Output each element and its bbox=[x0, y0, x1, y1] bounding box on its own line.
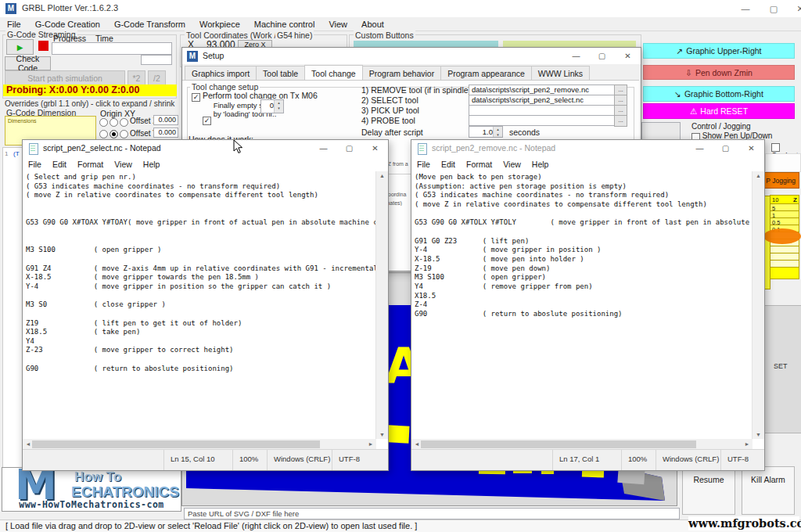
close-icon[interactable]: ✕ bbox=[738, 140, 764, 156]
menu-view[interactable]: View bbox=[321, 20, 354, 29]
spinner-arrows-icon[interactable]: ▴▾ bbox=[493, 127, 502, 137]
main-titlebar[interactable]: M GRBL Plotter Ver.:1.6.2.3 — ▢ ✕ bbox=[0, 0, 801, 18]
menu-about[interactable]: About bbox=[354, 20, 391, 29]
jog-knob-icon[interactable] bbox=[763, 228, 801, 244]
tab-tool-change[interactable]: Tool change bbox=[304, 65, 363, 80]
remove-tool-field[interactable]: data\scripts\script_pen2_remove.nc bbox=[469, 84, 615, 95]
menu-format[interactable]: Format bbox=[461, 160, 497, 169]
scroll-right-icon[interactable]: ► bbox=[365, 439, 376, 450]
origin-radio[interactable] bbox=[120, 130, 128, 138]
notepad-window-select: script_pen2_select.nc - Notepad — ▢ ✕ Fi… bbox=[22, 139, 389, 471]
origin-radio-selected[interactable] bbox=[110, 130, 118, 138]
overrides-toggle[interactable]: Overrides (grbl 1.1 only) - click to exp… bbox=[5, 99, 174, 108]
vertical-scrollbar[interactable]: ▲ ▼ bbox=[375, 171, 388, 439]
scrollbar-thumb[interactable] bbox=[421, 440, 696, 448]
stop-icon[interactable] bbox=[38, 41, 48, 51]
tab-tool-table[interactable]: Tool table bbox=[256, 66, 305, 80]
remove-tool-label: 1) REMOVE tool (if in spindle) bbox=[361, 85, 471, 95]
gcode-line-text: (T bbox=[13, 150, 20, 157]
menu-file[interactable]: File bbox=[411, 160, 436, 169]
close-icon[interactable]: ✕ bbox=[787, 0, 801, 17]
play-button[interactable]: ▶ bbox=[6, 39, 34, 55]
minimize-icon[interactable]: — bbox=[687, 140, 713, 156]
tab-program-appearance[interactable]: Program appearance bbox=[440, 66, 532, 80]
menu-help[interactable]: Help bbox=[526, 160, 555, 169]
menu-file[interactable]: File bbox=[23, 160, 47, 169]
origin-radio[interactable] bbox=[99, 118, 108, 127]
hard-reset-button[interactable]: ⚠ Hard RESET bbox=[643, 103, 795, 119]
menu-edit[interactable]: Edit bbox=[436, 160, 461, 169]
close-icon[interactable]: ✕ bbox=[362, 140, 388, 156]
maximize-icon[interactable]: ▢ bbox=[713, 140, 738, 156]
offset-y-field[interactable]: 0.000 bbox=[153, 128, 178, 138]
delay-value: 1.0 bbox=[469, 128, 493, 136]
origin-radio[interactable] bbox=[120, 118, 128, 127]
notepad-icon bbox=[418, 143, 427, 155]
minimize-icon[interactable]: — bbox=[732, 0, 759, 17]
scroll-down-icon[interactable]: ▼ bbox=[376, 432, 388, 437]
graphic-upper-right-button[interactable]: ↗ Graphic Upper-Right bbox=[643, 43, 795, 59]
speed-x2-button[interactable]: *2 bbox=[128, 70, 145, 85]
gcode-line-number: 1 bbox=[5, 150, 8, 157]
horizontal-scrollbar[interactable]: ◄ ► bbox=[411, 439, 753, 450]
scroll-down-icon[interactable]: ▼ bbox=[753, 432, 764, 437]
origin-radio[interactable] bbox=[110, 118, 118, 127]
gcode-editor-strip[interactable]: 1 (T bbox=[2, 147, 23, 468]
graphic-bottom-right-button[interactable]: ↘ Graphic Bottom-Right bbox=[643, 86, 795, 102]
check-code-button[interactable]: Check Code bbox=[5, 56, 51, 70]
maximize-icon[interactable]: ▢ bbox=[589, 48, 615, 64]
browse-button[interactable]: ... bbox=[614, 115, 627, 127]
scroll-right-icon[interactable]: ► bbox=[742, 439, 753, 450]
delay-spinner[interactable]: 1.0 ▴▾ bbox=[469, 126, 503, 138]
menu-gcode-transform[interactable]: G-Code Transform bbox=[107, 20, 192, 29]
svg-url-input[interactable]: Paste URL of SVG / DXF file here bbox=[184, 508, 680, 519]
offset-x-field[interactable]: 0.000 bbox=[153, 115, 178, 125]
minimize-icon[interactable]: — bbox=[311, 140, 336, 156]
editor-content[interactable]: ( Select and grip pen nr.) ( G53 indicat… bbox=[23, 171, 376, 373]
origin-radio[interactable] bbox=[99, 130, 108, 138]
custom-button-2[interactable] bbox=[503, 41, 636, 47]
vertical-scrollbar[interactable]: ▲ ▼ bbox=[752, 171, 764, 439]
custom-button-1[interactable] bbox=[354, 41, 498, 47]
speed-div2-button[interactable]: /2 bbox=[148, 70, 166, 85]
scroll-up-icon[interactable]: ▲ bbox=[376, 173, 388, 178]
text-editor[interactable]: (Move pen back to pen storage) (Assumpti… bbox=[411, 171, 753, 439]
resume-button[interactable]: Resume bbox=[682, 466, 735, 515]
pickup-tool-field[interactable] bbox=[469, 105, 615, 116]
probe-tool-field[interactable] bbox=[469, 115, 615, 126]
maximize-icon[interactable]: ▢ bbox=[336, 140, 362, 156]
tab-www-links[interactable]: WWW Links bbox=[531, 66, 590, 80]
menu-view[interactable]: View bbox=[109, 160, 138, 169]
notepad-titlebar[interactable]: script_pen2_remove.nc - Notepad — ▢ ✕ bbox=[411, 140, 764, 156]
menu-format[interactable]: Format bbox=[72, 160, 109, 169]
minimize-icon[interactable]: — bbox=[563, 48, 589, 64]
editor-content[interactable]: (Move pen back to pen storage) (Assumpti… bbox=[411, 171, 753, 319]
tab-program-behavior[interactable]: Program behavior bbox=[362, 66, 441, 80]
notepad-titlebar[interactable]: script_pen2_select.nc - Notepad — ▢ ✕ bbox=[23, 140, 388, 156]
horizontal-scrollbar[interactable]: ◄ ► bbox=[23, 439, 376, 450]
menu-machine-control[interactable]: Machine control bbox=[247, 20, 322, 29]
perform-tool-change-checkbox[interactable]: ✓ Perform tool change on Tx M06 bbox=[192, 91, 318, 102]
start-simulation-button[interactable]: Start path simulation bbox=[5, 70, 125, 85]
tool-nr-spinner[interactable]: 0 ▴▾ bbox=[260, 99, 284, 113]
text-editor[interactable]: ( Select and grip pen nr.) ( G53 indicat… bbox=[23, 171, 376, 439]
maximize-icon[interactable]: ▢ bbox=[760, 0, 787, 17]
select-tool-field[interactable]: data\scripts\script_pen2_select.nc bbox=[469, 95, 615, 106]
jog-step-bottom[interactable] bbox=[770, 267, 799, 279]
kill-alarm-button[interactable]: Kill Alarm bbox=[742, 466, 795, 515]
custom-buttons-label: Custom Buttons bbox=[354, 31, 415, 40]
menu-workpiece[interactable]: Workpiece bbox=[192, 20, 247, 29]
menu-help[interactable]: Help bbox=[138, 160, 166, 169]
menu-view[interactable]: View bbox=[497, 160, 526, 169]
setup-titlebar[interactable]: M Setup — ▢ ✕ bbox=[182, 48, 641, 64]
menu-edit[interactable]: Edit bbox=[47, 160, 72, 169]
close-icon[interactable]: ✕ bbox=[615, 48, 641, 64]
menu-gcode-creation[interactable]: G-Code Creation bbox=[28, 20, 107, 29]
control-jogging-label: Control / Jogging bbox=[691, 122, 751, 131]
scrollbar-thumb[interactable] bbox=[32, 440, 320, 448]
pen-down-zmin-button[interactable]: ⇩ Pen down Zmin bbox=[643, 65, 795, 80]
scroll-up-icon[interactable]: ▲ bbox=[753, 173, 764, 178]
tab-graphics-import[interactable]: Graphics import bbox=[185, 66, 257, 80]
menu-file[interactable]: File bbox=[0, 20, 28, 29]
spinner-arrows-icon[interactable]: ▴▾ bbox=[274, 100, 283, 113]
